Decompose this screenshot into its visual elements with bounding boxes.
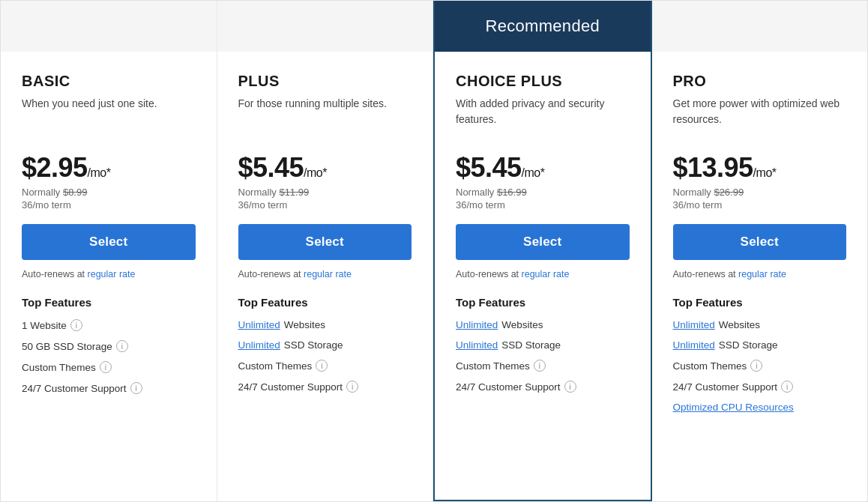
feature-item-1: 50 GB SSD Storagei bbox=[22, 340, 196, 352]
plan-term: 36/mo term bbox=[673, 199, 847, 211]
plan-body-pro: PROGet more power with optimized web res… bbox=[652, 52, 868, 501]
feature-item-3: 24/7 Customer Supporti bbox=[456, 381, 630, 393]
price-period: /mo* bbox=[88, 166, 111, 179]
plan-normally: Normally $26.99 bbox=[673, 187, 847, 198]
feature-item-1: Unlimited SSD Storage bbox=[673, 339, 847, 351]
plan-price: $5.45/mo* bbox=[456, 152, 630, 184]
info-icon[interactable]: i bbox=[116, 340, 128, 352]
top-features-label: Top Features bbox=[456, 296, 630, 309]
plan-name: PRO bbox=[673, 73, 847, 90]
regular-rate-link[interactable]: regular rate bbox=[738, 269, 786, 279]
plan-normally: Normally $16.99 bbox=[456, 187, 630, 198]
feature-unlimited-link[interactable]: Unlimited bbox=[456, 319, 498, 330]
plan-description: Get more power with optimized web resour… bbox=[673, 96, 847, 137]
info-icon[interactable]: i bbox=[781, 381, 793, 393]
plan-card-plus: PLUSFor those running multiple sites.$5.… bbox=[217, 1, 434, 501]
plan-description: With added privacy and security features… bbox=[456, 96, 630, 137]
feature-item-0: Unlimited Websites bbox=[238, 319, 412, 330]
feature-item-4: Optimized CPU Resources bbox=[673, 402, 847, 413]
plan-price: $5.45/mo* bbox=[238, 152, 412, 184]
top-features-label: Top Features bbox=[238, 296, 412, 309]
info-icon[interactable]: i bbox=[346, 381, 358, 393]
select-button-plus[interactable]: Select bbox=[238, 224, 412, 260]
original-price: $8.99 bbox=[63, 187, 88, 198]
info-icon[interactable]: i bbox=[534, 360, 546, 372]
feature-unlimited-link[interactable]: Unlimited bbox=[456, 339, 498, 351]
feature-item-1: Unlimited SSD Storage bbox=[238, 339, 412, 351]
plan-price: $2.95/mo* bbox=[22, 152, 196, 184]
info-icon[interactable]: i bbox=[750, 360, 762, 372]
info-icon[interactable]: i bbox=[316, 360, 328, 372]
plan-body-basic: BASICWhen you need just one site.$2.95/m… bbox=[1, 52, 217, 501]
recommended-badge: Recommended bbox=[435, 1, 651, 52]
auto-renew-text: Auto-renews at regular rate bbox=[22, 269, 196, 279]
plan-term: 36/mo term bbox=[238, 199, 412, 211]
info-icon[interactable]: i bbox=[70, 319, 82, 331]
price-period: /mo* bbox=[522, 166, 545, 179]
recommended-spacer bbox=[217, 1, 433, 52]
auto-renew-text: Auto-renews at regular rate bbox=[456, 269, 630, 279]
feature-unlimited-link[interactable]: Unlimited bbox=[238, 319, 280, 330]
top-features-label: Top Features bbox=[673, 296, 847, 309]
plan-name: PLUS bbox=[238, 73, 412, 90]
feature-item-0: 1 Websitei bbox=[22, 319, 196, 331]
original-price: $16.99 bbox=[497, 187, 527, 198]
original-price: $11.99 bbox=[279, 187, 309, 198]
top-features-label: Top Features bbox=[22, 296, 196, 309]
auto-renew-text: Auto-renews at regular rate bbox=[673, 269, 847, 279]
feature-item-3: 24/7 Customer Supporti bbox=[673, 381, 847, 393]
feature-unlimited-link[interactable]: Unlimited bbox=[238, 339, 280, 351]
plan-description: When you need just one site. bbox=[22, 96, 196, 137]
feature-unlimited-link[interactable]: Unlimited bbox=[673, 339, 715, 351]
plan-normally: Normally $11.99 bbox=[238, 187, 412, 198]
plan-body-plus: PLUSFor those running multiple sites.$5.… bbox=[217, 52, 433, 501]
plan-card-choice-plus: RecommendedCHOICE PLUSWith added privacy… bbox=[433, 1, 652, 501]
feature-item-1: Unlimited SSD Storage bbox=[456, 339, 630, 351]
original-price: $26.99 bbox=[714, 187, 744, 198]
info-icon[interactable]: i bbox=[100, 361, 112, 373]
plan-term: 36/mo term bbox=[22, 199, 196, 211]
plan-name: CHOICE PLUS bbox=[456, 73, 630, 90]
feature-item-2: Custom Themesi bbox=[22, 361, 196, 373]
info-icon[interactable]: i bbox=[130, 382, 142, 394]
feature-item-2: Custom Themesi bbox=[673, 360, 847, 372]
plan-card-pro: PROGet more power with optimized web res… bbox=[652, 1, 868, 501]
regular-rate-link[interactable]: regular rate bbox=[522, 269, 570, 279]
plan-normally: Normally $8.99 bbox=[22, 187, 196, 198]
plan-term: 36/mo term bbox=[456, 199, 630, 211]
feature-item-2: Custom Themesi bbox=[456, 360, 630, 372]
feature-item-0: Unlimited Websites bbox=[456, 319, 630, 330]
select-button-choice-plus[interactable]: Select bbox=[456, 224, 630, 260]
regular-rate-link[interactable]: regular rate bbox=[304, 269, 352, 279]
auto-renew-text: Auto-renews at regular rate bbox=[238, 269, 412, 279]
feature-unlimited-link[interactable]: Unlimited bbox=[673, 319, 715, 330]
plan-description: For those running multiple sites. bbox=[238, 96, 412, 137]
plan-name: BASIC bbox=[22, 73, 196, 90]
plans-container: BASICWhen you need just one site.$2.95/m… bbox=[0, 0, 868, 502]
price-period: /mo* bbox=[753, 166, 777, 179]
feature-item-3: 24/7 Customer Supporti bbox=[22, 382, 196, 394]
feature-item-3: 24/7 Customer Supporti bbox=[238, 381, 412, 393]
select-button-pro[interactable]: Select bbox=[673, 224, 847, 260]
select-button-basic[interactable]: Select bbox=[22, 224, 196, 260]
feature-link[interactable]: Optimized CPU Resources bbox=[673, 402, 794, 413]
feature-item-0: Unlimited Websites bbox=[673, 319, 847, 330]
plan-price: $13.95/mo* bbox=[673, 152, 847, 184]
recommended-spacer bbox=[1, 1, 217, 52]
recommended-spacer bbox=[652, 1, 868, 52]
info-icon[interactable]: i bbox=[564, 381, 576, 393]
plan-body-choice-plus: CHOICE PLUSWith added privacy and securi… bbox=[435, 52, 651, 500]
price-period: /mo* bbox=[304, 166, 327, 179]
regular-rate-link[interactable]: regular rate bbox=[88, 269, 136, 279]
feature-item-2: Custom Themesi bbox=[238, 360, 412, 372]
plan-card-basic: BASICWhen you need just one site.$2.95/m… bbox=[1, 1, 217, 501]
